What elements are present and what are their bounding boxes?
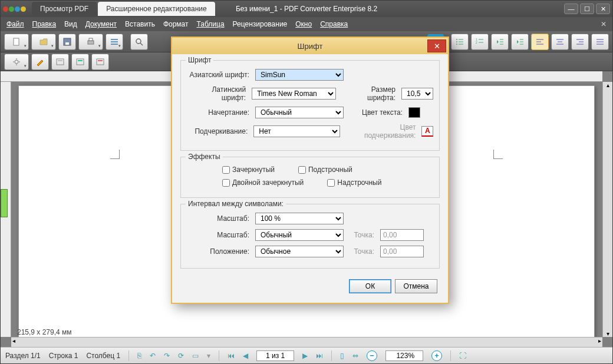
horizontal-scrollbar[interactable] — [11, 337, 602, 347]
first-page-icon[interactable]: ⏮ — [228, 352, 235, 360]
menu-bar: Файл Правка Вид Документ Вставить Формат… — [1, 17, 612, 31]
find-button[interactable] — [130, 34, 148, 50]
list-bullet-button[interactable] — [451, 34, 469, 50]
fit-width-icon[interactable]: ⇔ — [352, 352, 358, 360]
style-label: Начертание: — [187, 108, 252, 117]
row-label: Строка 1 — [49, 352, 78, 360]
doc-close-icon[interactable]: ✕ — [601, 20, 607, 28]
redo-icon[interactable]: ↷ — [164, 352, 170, 360]
text-color-swatch[interactable] — [408, 107, 420, 118]
fullscreen-icon[interactable]: ⛶ — [459, 352, 466, 360]
maximize-button[interactable]: ☐ — [580, 4, 594, 14]
dialog-title: Шрифт — [298, 42, 323, 51]
close-button[interactable]: ✕ — [596, 4, 610, 14]
last-page-icon[interactable]: ⏭ — [316, 352, 323, 360]
menu-insert[interactable]: Вставить — [125, 20, 155, 28]
latin-font-label: Латинский шрифт: — [187, 85, 248, 102]
prev-page-handle[interactable] — [1, 189, 8, 217]
menu-review[interactable]: Рецензирование — [233, 20, 288, 28]
text-color-label: Цвет текста: — [362, 108, 405, 117]
refresh-icon[interactable]: ⟳ — [178, 352, 184, 360]
menu-view[interactable]: Вид — [64, 20, 77, 28]
svg-rect-4 — [89, 38, 93, 41]
menu-file[interactable]: Файл — [6, 20, 24, 28]
svg-point-8 — [456, 41, 457, 42]
section-label: Раздел 1/1 — [5, 352, 41, 360]
indent-inc-button[interactable] — [511, 34, 529, 50]
font-size-select[interactable]: 10,5 — [401, 88, 433, 100]
align-right-button[interactable] — [571, 34, 589, 50]
point2-input — [380, 246, 424, 257]
svg-rect-0 — [14, 38, 19, 45]
menu-edit[interactable]: Правка — [32, 20, 57, 28]
edit-tool-button[interactable] — [31, 54, 49, 70]
strikethrough-checkbox[interactable]: Зачеркнутый — [222, 166, 275, 174]
zoom-in-button[interactable]: + — [431, 350, 442, 361]
menu-document[interactable]: Документ — [85, 20, 117, 28]
list-number-button[interactable]: 12 — [471, 34, 489, 50]
window-title: Без имени_1 - PDF Converter Enterprise 8… — [236, 5, 377, 13]
save-button[interactable] — [58, 34, 76, 50]
menu-format[interactable]: Формат — [163, 20, 189, 28]
latin-font-select[interactable]: Times New Roman — [252, 88, 335, 100]
indent-dec-button[interactable] — [491, 34, 509, 50]
asian-font-select[interactable]: SimSun — [255, 69, 344, 81]
spacing-select[interactable]: Обычный — [255, 229, 344, 241]
scale-select[interactable]: 100 % — [255, 213, 344, 224]
dialog-close-button[interactable]: ✕ — [427, 39, 446, 52]
font-group: Шрифт Азиатский шрифт: SimSun Латинский … — [180, 60, 440, 151]
settings-button[interactable] — [106, 34, 123, 50]
column-label: Столбец 1 — [86, 352, 120, 360]
underline-select[interactable]: Нет — [253, 125, 340, 137]
ok-button[interactable]: ОК — [349, 279, 391, 293]
menu-table[interactable]: Таблица — [197, 20, 225, 28]
page-number-input[interactable] — [256, 350, 294, 361]
svg-point-9 — [456, 44, 457, 45]
superscript-checkbox[interactable]: Надстрочный — [327, 178, 381, 187]
minimize-button[interactable]: — — [564, 4, 578, 14]
tab-advanced-edit[interactable]: Расширенное редактирование — [98, 2, 215, 16]
single-page-icon[interactable]: ▯ — [340, 352, 344, 360]
print-button[interactable] — [78, 34, 103, 50]
tab-view-pdf[interactable]: Просмотр PDF — [32, 2, 97, 16]
new-doc-button[interactable] — [4, 34, 29, 50]
double-strike-checkbox[interactable]: Двойной зачеркнутый — [222, 178, 304, 187]
highlight-tool-button[interactable] — [71, 54, 89, 70]
scale-label: Масштаб: — [187, 214, 252, 223]
underline-color-label: Цвет подчеркивания: — [348, 123, 418, 140]
svg-text:2: 2 — [476, 41, 477, 44]
align-left-button[interactable] — [531, 34, 549, 50]
zoom-level-input[interactable] — [385, 350, 423, 361]
spacing-label: Масштаб: — [187, 231, 252, 239]
svg-point-5 — [136, 39, 141, 44]
subscript-checkbox[interactable]: Подстрочный — [298, 166, 352, 174]
align-justify-button[interactable] — [591, 34, 609, 50]
vertical-scrollbar[interactable] — [602, 82, 612, 337]
gear-button[interactable] — [4, 54, 29, 70]
next-page-icon[interactable]: ▶ — [302, 352, 308, 360]
svg-rect-39 — [78, 60, 83, 61]
svg-rect-38 — [77, 59, 84, 65]
dialog-title-bar[interactable]: Шрифт ✕ — [172, 38, 448, 54]
underline-color-swatch[interactable]: A — [421, 126, 433, 137]
position-select[interactable]: Обычное — [255, 246, 344, 257]
effects-group-title: Эффекты — [186, 153, 223, 161]
menu-window[interactable]: Окно — [295, 20, 312, 28]
text-tool-button[interactable] — [51, 54, 69, 70]
svg-rect-2 — [65, 42, 69, 45]
prev-page-icon[interactable]: ◀ — [243, 352, 248, 360]
zoom-out-button[interactable]: − — [367, 350, 377, 361]
font-style-select[interactable]: Обычный — [255, 107, 344, 118]
nav-copy-icon[interactable]: ⎘ — [137, 352, 141, 360]
cancel-button[interactable]: Отмена — [395, 279, 437, 293]
app-window: Просмотр PDF Расширенное редактирование … — [0, 0, 613, 364]
asian-font-label: Азиатский шрифт: — [187, 71, 252, 79]
undo-icon[interactable]: ↶ — [150, 352, 156, 360]
align-center-button[interactable] — [551, 34, 569, 50]
open-button[interactable] — [31, 34, 56, 50]
point1-input — [380, 229, 424, 241]
page-view-icon[interactable]: ▭ — [192, 352, 199, 360]
point1-label: Точка: — [347, 231, 377, 239]
note-tool-button[interactable] — [91, 54, 109, 70]
menu-help[interactable]: Справка — [320, 20, 348, 28]
